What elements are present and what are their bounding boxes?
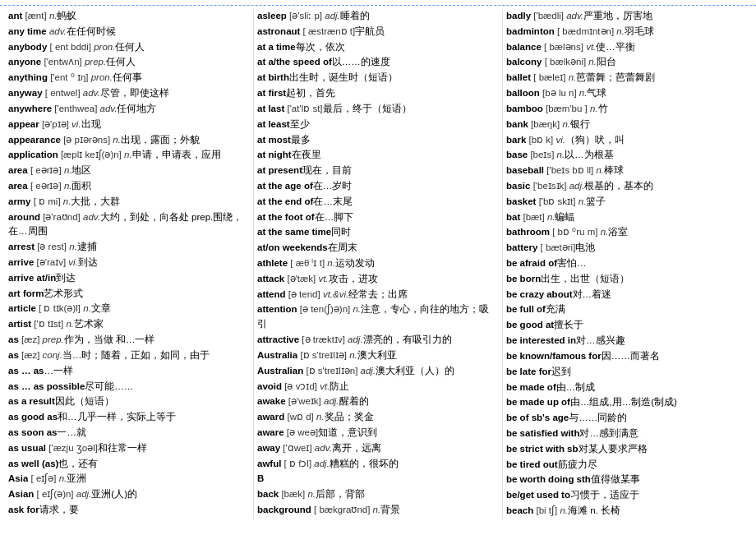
list-item: athlete [ æθ ˡɪ t] n.运动发动 <box>257 256 499 271</box>
phonetic: [ æstrænɒ t] <box>303 26 356 36</box>
col2: asleep [ə'sliː p] adj.睡着的astronaut [ æst… <box>254 9 503 519</box>
definition: 竹 <box>598 104 608 113</box>
headword: bat <box>506 212 520 222</box>
headword: arrest <box>8 242 35 251</box>
list-item: be late for迟到 <box>506 365 748 380</box>
pos: n. <box>349 350 357 360</box>
definition: 在…脚下 <box>315 212 354 222</box>
headword: as <box>8 334 19 344</box>
pos: n. <box>83 303 91 313</box>
headword: appearance <box>8 135 61 145</box>
pos: n. <box>579 88 588 98</box>
headword: Asian <box>8 489 34 499</box>
definition: 在周末 <box>328 242 357 252</box>
headword: as a result <box>8 396 55 406</box>
phonetic: [bə lu n] <box>542 88 577 98</box>
definition: 篮子 <box>586 196 606 206</box>
headword: ant <box>8 11 22 21</box>
headword: be satisfied with <box>506 428 579 438</box>
phonetic: [ə ten(ʃ)ə)n] <box>300 304 350 314</box>
definition: 艺术家 <box>74 319 104 329</box>
headword: attention <box>257 304 297 314</box>
list-item: art form艺术形式 <box>8 287 250 302</box>
list-item: as usual ['æzju ʒoəl]和往常一样 <box>8 441 250 456</box>
pos: vt. <box>320 381 330 391</box>
headword: army <box>8 196 31 206</box>
definition: 一…就 <box>57 427 86 437</box>
list-item: be afraid of害怕… <box>506 256 748 271</box>
headword: baseball <box>506 165 544 175</box>
pos: adj. <box>325 11 340 21</box>
headword: at most <box>257 135 291 145</box>
pos: conj. <box>43 350 62 360</box>
list-item: as [æz] prep.作为，当做 和…一样 <box>8 333 250 348</box>
headword: award <box>257 412 284 422</box>
definition: 在…末尾 <box>313 196 353 206</box>
page: ant [ænt] n.蚂蚁any time adv.在任何时候anybody … <box>0 0 756 523</box>
headword: be worth doing sth <box>506 474 591 484</box>
definition: 漂亮的，有吸引力的 <box>363 334 452 344</box>
pos: adj. <box>569 181 585 191</box>
definition: 气球 <box>587 88 606 98</box>
pos: n. <box>590 104 598 113</box>
definition: 尽管，即使这样 <box>100 88 169 98</box>
headword: ballet <box>506 72 531 82</box>
pos: adv. <box>315 443 332 453</box>
list-item: at a/the speed of以……的速度 <box>257 55 499 70</box>
list-item: be made of由…制成 <box>506 380 748 395</box>
headword: as <box>8 350 19 360</box>
definition: 艺术形式 <box>44 288 83 298</box>
headword: Australia <box>257 350 297 360</box>
list-item: arrive [ə'raɪv] vi.到达 <box>8 256 250 270</box>
headword: at the same time <box>257 227 331 237</box>
definition: 澳大利亚（人）的 <box>376 366 454 376</box>
phonetic: [ə tend] <box>288 289 320 299</box>
definition: 也，还有 <box>58 459 98 468</box>
phonetic: ['ent ⁰ ɪŋ] <box>50 72 88 82</box>
phonetic: [ entwel] <box>45 88 81 98</box>
definition: 充满 <box>546 304 565 314</box>
phonetic: [ə rest] <box>37 242 67 251</box>
list-item: bathroom [ bɒ ⁰ru m] n.浴室 <box>506 225 748 240</box>
list-item: around [ə'raʊnd] adv.大约，到处，向各处 prep.围绕，在… <box>8 210 250 240</box>
pos: adj. <box>348 334 363 344</box>
list-item: at birth出生时，诞生时（短语） <box>257 71 499 85</box>
list-item: bark [bɒ k] vi.（狗）吠，叫 <box>506 133 748 148</box>
headword: be made up of <box>506 397 570 407</box>
headword: as … as <box>8 366 44 376</box>
definition: 糟糕的，很坏的 <box>330 459 399 468</box>
headword: attend <box>257 289 286 299</box>
headword: at night <box>257 150 292 159</box>
headword: be/get used to <box>506 490 570 500</box>
headword: ask for <box>8 505 39 514</box>
headword: article <box>8 303 36 313</box>
headword: at a/the speed of <box>257 57 332 67</box>
definition: 起初，首先 <box>286 88 335 98</box>
pos: n. <box>579 196 587 206</box>
pos: vi. <box>68 257 78 267</box>
list-item: ballet [ bæleɪ] n.芭蕾舞；芭蕾舞剧 <box>506 71 748 85</box>
definition: 大批，大群 <box>71 196 120 206</box>
headword: around <box>8 212 40 222</box>
definition: 尽可能…… <box>85 381 133 391</box>
phonetic: [ bæleɪ] <box>533 72 565 82</box>
phonetic: [ə pɪərəns] <box>63 135 110 145</box>
definition: 出生时，诞生时（短语） <box>289 72 398 82</box>
headword: balcony <box>506 57 542 67</box>
definition: 银行 <box>570 119 590 129</box>
headword: awful <box>257 459 281 468</box>
phonetic: ['at'lɒ st] <box>287 104 322 113</box>
definition: 出生，出世（短语） <box>541 274 629 284</box>
definition: 严重地，厉害地 <box>583 11 652 21</box>
definition: 任何事 <box>113 72 142 82</box>
pos: n. <box>353 304 361 314</box>
phonetic: [ə weə] <box>287 427 318 437</box>
headword: as usual <box>8 443 46 453</box>
pos: n. <box>557 150 565 159</box>
pos: pron. <box>94 42 115 52</box>
headword: be strict with sb <box>506 444 579 454</box>
list-item: be tired out筋疲力尽 <box>506 458 748 473</box>
list-item: away ['ɑweɪ] adv.离开，远离 <box>257 441 499 456</box>
definition: 习惯于，适应于 <box>570 490 639 500</box>
phonetic: [ɒ s'treɪlɪən] <box>306 366 357 376</box>
